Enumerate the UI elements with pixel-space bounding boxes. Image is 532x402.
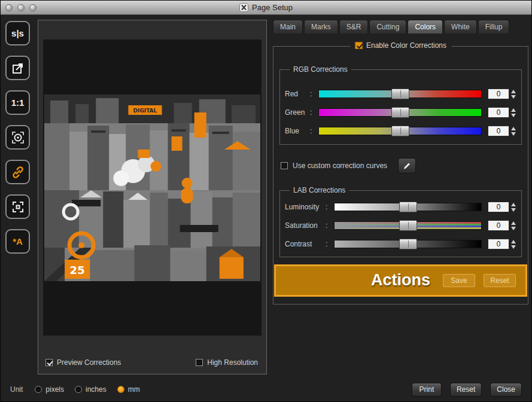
luminosity-slider[interactable] — [334, 203, 482, 211]
print-button[interactable]: Print — [412, 383, 442, 397]
unit-mm-option[interactable]: mm — [117, 385, 140, 394]
preview-corrections-checkbox-row[interactable]: Preview Corrections — [45, 358, 121, 367]
blue-spin-arrows — [511, 127, 516, 136]
saturation-row: Saturation 0 — [285, 220, 516, 232]
pencil-icon — [402, 161, 412, 170]
green-value[interactable]: 0 — [488, 107, 509, 118]
preview-page: DIGITAL 25 — [43, 39, 262, 336]
unit-pixels-radio[interactable] — [35, 386, 42, 393]
saturation-spin-up-icon[interactable] — [511, 221, 516, 225]
registration-tool-button[interactable] — [5, 125, 30, 150]
enable-color-corrections-checkbox[interactable] — [355, 42, 362, 49]
blue-spin-up-icon[interactable] — [511, 127, 516, 130]
tab-white[interactable]: White — [444, 20, 477, 34]
luminosity-row: Luminosity 0 — [285, 201, 516, 213]
tab-marks[interactable]: Marks — [304, 20, 338, 34]
green-spin-up-icon[interactable] — [511, 108, 516, 112]
custom-curves-row: Use custom correction curves — [281, 158, 416, 173]
contrast-value[interactable]: 0 — [488, 239, 509, 249]
saturation-spin-down-icon[interactable] — [511, 227, 516, 230]
enable-color-corrections-row[interactable]: Enable Color Corrections — [350, 41, 451, 50]
red-spin-down-icon[interactable] — [511, 95, 516, 99]
red-slider-handle[interactable] — [391, 89, 409, 99]
one-to-one-button[interactable]: 1:1 — [5, 90, 30, 115]
high-resolution-checkbox[interactable] — [196, 359, 203, 366]
tab-cutting[interactable]: Cutting — [369, 20, 406, 34]
blue-slider-handle[interactable] — [391, 126, 409, 136]
saturation-value[interactable]: 0 — [488, 220, 509, 231]
saturation-colon — [326, 221, 332, 230]
luminosity-spin-up-icon[interactable] — [511, 203, 516, 206]
green-spin-down-icon[interactable] — [511, 114, 516, 117]
registration-mark-icon — [11, 130, 25, 145]
luminosity-slider-handle[interactable] — [399, 202, 417, 212]
enable-color-corrections-label: Enable Color Corrections — [366, 41, 446, 50]
one-to-one-icon: 1:1 — [11, 98, 25, 108]
scale-tool-button[interactable]: s|s — [5, 21, 30, 45]
unit-inches-option[interactable]: inches — [75, 385, 107, 394]
red-spinbox: 0 — [488, 89, 516, 99]
saturation-spinbox: 0 — [488, 220, 516, 231]
blue-spin-down-icon[interactable] — [511, 132, 516, 136]
contrast-slider[interactable] — [334, 240, 482, 248]
lab-rows: Luminosity 0 — [285, 201, 516, 250]
app-x-icon — [239, 3, 248, 12]
left-toolbar: s|s 1:1 — [5, 21, 30, 254]
rgb-rows: Red 0 G — [285, 88, 516, 137]
export-tool-button[interactable] — [5, 56, 30, 80]
luminosity-spinbox: 0 — [488, 202, 516, 212]
actions-reset-button[interactable]: Reset — [484, 274, 516, 287]
contrast-colon — [326, 240, 332, 248]
contrast-spin-up-icon[interactable] — [511, 240, 516, 243]
frame-icon — [11, 200, 25, 214]
frame-tool-button[interactable] — [5, 194, 30, 219]
tab-sr[interactable]: S&R — [339, 20, 369, 34]
green-slider[interactable] — [318, 108, 482, 117]
red-correction-row: Red 0 — [285, 88, 516, 100]
red-value[interactable]: 0 — [488, 89, 509, 99]
blue-value[interactable]: 0 — [488, 126, 509, 136]
contrast-spin-down-icon[interactable] — [511, 245, 516, 249]
save-button[interactable]: Save — [443, 274, 475, 287]
link-tool-button[interactable] — [5, 160, 30, 184]
preview-panel: DIGITAL 25 Preview Corrections High Reso… — [38, 20, 267, 374]
unit-inches-radio[interactable] — [75, 386, 82, 393]
tab-fillup[interactable]: Fillup — [478, 20, 510, 34]
red-spin-up-icon[interactable] — [511, 90, 516, 93]
saturation-slider-handle[interactable] — [399, 220, 417, 231]
rgb-corrections-group: RGB Corrections Red 0 — [279, 69, 522, 145]
contrast-slider-handle[interactable] — [399, 239, 417, 249]
green-slider-handle[interactable] — [391, 107, 409, 118]
actions-title: Actions — [371, 271, 430, 290]
red-slider[interactable] — [318, 90, 482, 98]
lab-corrections-group: LAB Corrections Luminosity 0 — [279, 190, 522, 257]
preview-artwork: DIGITAL 25 — [44, 95, 260, 281]
footer-bar: Unit pixels inches mm Print Reset Close — [1, 377, 531, 401]
unit-mm-label: mm — [128, 385, 140, 394]
preview-corrections-checkbox[interactable] — [45, 359, 53, 366]
text-marker-button[interactable]: *A — [5, 229, 30, 254]
reset-button[interactable]: Reset — [450, 383, 482, 397]
tab-colors[interactable]: Colors — [408, 20, 443, 34]
window-title: Page Setup — [252, 3, 293, 12]
unit-pixels-option[interactable]: pixels — [35, 385, 64, 394]
preview-image: DIGITAL 25 — [44, 95, 260, 281]
rgb-corrections-title: RGB Corrections — [290, 65, 351, 74]
luminosity-spin-down-icon[interactable] — [511, 208, 516, 212]
tab-main[interactable]: Main — [273, 20, 303, 34]
blue-slider[interactable] — [318, 127, 482, 135]
luminosity-value[interactable]: 0 — [488, 202, 509, 212]
close-window-button[interactable]: Close — [490, 383, 522, 397]
saturation-slider[interactable] — [334, 221, 482, 230]
edit-curves-button[interactable] — [398, 158, 416, 173]
unit-inches-label: inches — [86, 385, 107, 394]
unit-mm-radio[interactable] — [117, 386, 124, 393]
red-spin-arrows — [511, 90, 516, 99]
green-colon — [310, 108, 316, 117]
custom-curves-checkbox[interactable] — [281, 162, 288, 169]
preview-options: Preview Corrections High Resolution — [45, 358, 258, 367]
unit-radio-group: pixels inches mm — [35, 385, 139, 394]
high-resolution-checkbox-row[interactable]: High Resolution — [196, 358, 258, 367]
lab-corrections-title: LAB Corrections — [290, 186, 349, 194]
unit-label: Unit — [10, 385, 23, 394]
